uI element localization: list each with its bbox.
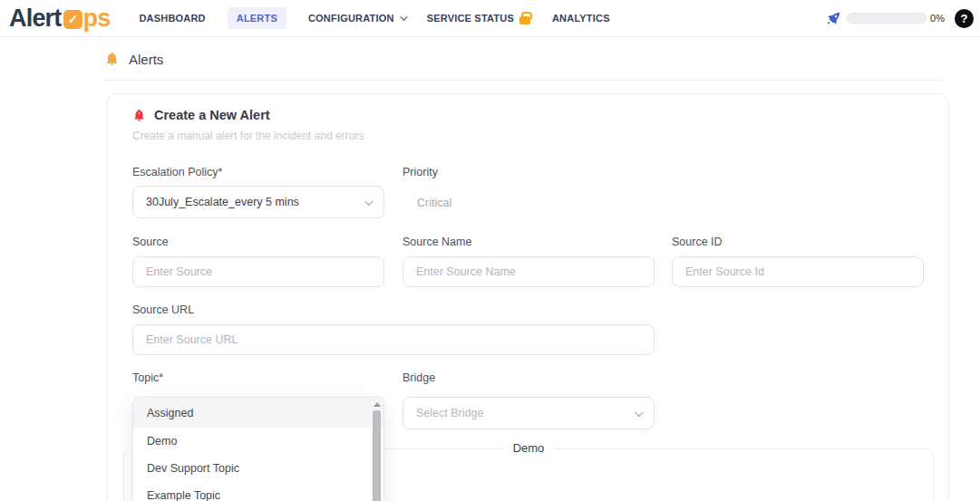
escalation-policy-select[interactable]: 30July_Escalate_every 5 mins (132, 186, 384, 218)
logo-text-ps: ps (83, 5, 111, 33)
nav-alerts[interactable]: ALERTS (228, 7, 286, 29)
progress-percent: 0% (930, 13, 945, 24)
help-button[interactable]: ? (955, 9, 974, 28)
source-id-label: Source ID (672, 236, 723, 248)
top-navbar: Alert ✓ ps DASHBOARD ALERTS CONFIGURATIO… (0, 0, 980, 37)
topic-label: Topic* (132, 371, 163, 384)
alerts-bell-icon (104, 51, 120, 67)
chevron-down-icon (635, 408, 644, 417)
bridge-select[interactable]: Select Bridge (403, 397, 655, 429)
source-input[interactable] (132, 256, 384, 287)
create-alert-card: Create a New Alert Create a manual alert… (107, 93, 949, 501)
topic-option-assigned[interactable]: Assigned (133, 398, 383, 428)
page-divider (104, 80, 943, 81)
card-title: Create a New Alert (154, 108, 270, 122)
topic-option-demo[interactable]: Demo (133, 428, 383, 455)
main-nav: DASHBOARD ALERTS CONFIGURATION SERVICE S… (139, 7, 609, 29)
escalation-policy-value: 30July_Escalate_every 5 mins (146, 196, 299, 208)
scrollbar-thumb[interactable] (373, 410, 381, 501)
priority-label: Priority (403, 166, 438, 178)
logo-text-alert: Alert (9, 5, 62, 33)
page-header: Alerts (104, 51, 163, 67)
chevron-down-icon (400, 13, 407, 20)
source-url-input[interactable] (132, 324, 655, 355)
nav-service-status[interactable]: SERVICE STATUS (427, 13, 530, 24)
dropdown-scrollbar[interactable] (372, 400, 382, 501)
source-name-label: Source Name (403, 236, 471, 248)
page-title: Alerts (129, 52, 163, 67)
escalation-policy-label: Escalation Policy* (132, 166, 222, 178)
source-name-input[interactable] (403, 256, 655, 287)
scroll-up-arrow-icon[interactable] (374, 402, 381, 407)
nav-analytics[interactable]: ANALYTICS (552, 13, 610, 24)
bridge-placeholder: Select Bridge (416, 407, 483, 419)
topic-dropdown-list: Assigned Demo Dev Support Topic Example … (132, 397, 384, 501)
question-mark-icon: ? (961, 12, 968, 25)
onboarding-progress-bar[interactable] (847, 13, 927, 24)
topic-option-dev-support-topic[interactable]: Dev Support Topic (133, 455, 383, 482)
bridge-label: Bridge (403, 371, 435, 384)
header-right-cluster: 0% ? (825, 9, 974, 28)
lock-icon (519, 16, 530, 24)
priority-value: Critical (417, 197, 451, 209)
logo-check-icon: ✓ (63, 10, 82, 29)
card-title-row: Create a New Alert (132, 108, 270, 122)
chevron-down-icon (364, 197, 374, 206)
source-url-label: Source URL (132, 303, 194, 316)
source-id-input[interactable] (672, 256, 924, 287)
card-subtitle: Create a manual alert for the incident a… (132, 130, 364, 142)
topic-option-example-topic[interactable]: Example Topic (133, 482, 383, 501)
source-label: Source (132, 236, 169, 248)
nav-configuration[interactable]: CONFIGURATION (308, 13, 405, 24)
rocket-icon (825, 10, 842, 27)
alertops-app: Alert ✓ ps DASHBOARD ALERTS CONFIGURATIO… (0, 0, 980, 501)
nav-dashboard[interactable]: DASHBOARD (139, 13, 205, 24)
alertops-logo[interactable]: Alert ✓ ps (9, 5, 110, 33)
create-alert-bell-icon (132, 108, 146, 122)
demo-section-legend: Demo (504, 441, 554, 455)
